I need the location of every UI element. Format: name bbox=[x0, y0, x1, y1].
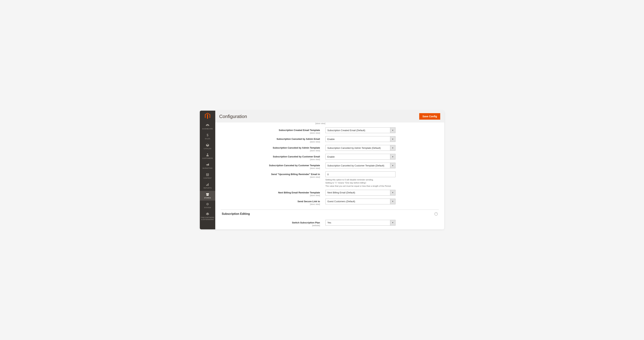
admin-sidebar: DASHBOARD $ SALES CATALOG CUSTOMERS MARK… bbox=[200, 111, 215, 229]
nav-label: REPORTS bbox=[204, 187, 212, 189]
nav-customers[interactable]: CUSTOMERS bbox=[200, 151, 215, 161]
select-subscription-created[interactable]: Subscription Created Email (Default) ▼ bbox=[326, 127, 396, 133]
dashboard-icon bbox=[206, 124, 209, 127]
scope-label: [store view] bbox=[315, 122, 326, 124]
megaphone-icon bbox=[206, 163, 209, 166]
nav-label: FIND PARTNERS & EXTENSIONS bbox=[200, 217, 214, 221]
section-title: Subscription Editing bbox=[222, 212, 250, 216]
scope-label: [store view] bbox=[221, 194, 320, 197]
nav-reports[interactable]: REPORTS bbox=[200, 181, 215, 191]
nav-label: CUSTOMERS bbox=[202, 157, 213, 159]
select-value: Subscription Canceled by Customer Templa… bbox=[326, 163, 390, 168]
nav-label: STORES bbox=[204, 197, 211, 199]
select-value: Enable bbox=[326, 154, 390, 159]
scope-label: [store view] bbox=[221, 132, 320, 134]
field-label: Switch Subscription Plan bbox=[292, 221, 320, 224]
layout-icon bbox=[206, 173, 209, 177]
chevron-down-icon: ▼ bbox=[390, 220, 396, 226]
select-value: Guest Customers (Default) bbox=[326, 199, 390, 204]
nav-label: DASHBOARD bbox=[202, 128, 213, 130]
section-subscription-editing[interactable]: Subscription Editing ⌃ bbox=[221, 210, 439, 216]
chevron-down-icon: ▼ bbox=[390, 154, 396, 159]
field-canceled-admin-template: Subscription Canceled by Admin Template … bbox=[221, 144, 439, 153]
select-secure-link[interactable]: Guest Customers (Default) ▼ bbox=[326, 199, 396, 204]
chevron-down-icon: ▼ bbox=[390, 190, 396, 196]
select-canceled-admin-email[interactable]: Enable ▼ bbox=[326, 136, 396, 142]
nav-label: CONTENT bbox=[204, 177, 212, 179]
select-value: Yes bbox=[326, 220, 390, 226]
field-label: Subscription Canceled by Customer Email bbox=[273, 155, 320, 158]
nav-label: CATALOG bbox=[204, 148, 211, 150]
nav-stores[interactable]: STORES bbox=[200, 191, 215, 201]
chevron-down-icon: ▼ bbox=[390, 127, 396, 133]
bars-icon bbox=[206, 183, 209, 186]
field-canceled-admin-email: Subscription Canceled by Admin Email [st… bbox=[221, 135, 439, 144]
field-switch-plan: Switch Subscription Plan [website] Yes ▼ bbox=[221, 219, 439, 228]
select-value: Next Billing Email (Default) bbox=[326, 190, 390, 196]
scope-label: [store view] bbox=[221, 149, 320, 152]
select-value: Subscription Canceled by Admin Template … bbox=[326, 145, 390, 151]
select-canceled-admin-template[interactable]: Subscription Canceled by Admin Template … bbox=[326, 145, 396, 151]
chevron-down-icon: ▼ bbox=[390, 199, 396, 204]
dollar-icon: $ bbox=[207, 133, 208, 137]
field-next-billing-template: Next Billing Email Reminder Template [st… bbox=[221, 189, 439, 198]
input-reminder-days[interactable] bbox=[326, 172, 396, 177]
field-label: Send "Upcoming Billing Reminder" Email i… bbox=[271, 173, 320, 176]
main-content: Configuration Save Config [store view] S… bbox=[215, 111, 444, 229]
nav-label: MARKETING bbox=[202, 167, 212, 169]
chevron-down-icon: ▼ bbox=[390, 145, 396, 151]
page-header: Configuration Save Config bbox=[215, 111, 444, 122]
nav-content[interactable]: CONTENT bbox=[200, 171, 215, 181]
scope-label: [website] bbox=[221, 224, 320, 227]
nav-marketing[interactable]: MARKETING bbox=[200, 161, 215, 171]
chevron-down-icon: ▼ bbox=[390, 163, 396, 168]
box-icon bbox=[206, 143, 209, 147]
field-label: Next Billing Email Reminder Template bbox=[278, 191, 320, 194]
field-secure-link: Send Secure Link to [store view] Guest C… bbox=[221, 198, 439, 206]
select-canceled-customer-template[interactable]: Subscription Canceled by Customer Templa… bbox=[326, 163, 396, 168]
nav-catalog[interactable]: CATALOG bbox=[200, 141, 215, 151]
nav-label: SYSTEM bbox=[204, 207, 211, 209]
select-canceled-customer-email[interactable]: Enable ▼ bbox=[326, 154, 396, 159]
nav-system[interactable]: ⚙ SYSTEM bbox=[200, 201, 215, 211]
field-canceled-customer-template: Subscription Canceled by Customer Templa… bbox=[221, 161, 439, 170]
select-switch-plan[interactable]: Yes ▼ bbox=[326, 220, 396, 226]
field-canceled-customer-email: Subscription Canceled by Customer Email … bbox=[221, 153, 439, 161]
page-title: Configuration bbox=[219, 114, 247, 119]
field-label: Subscription Created Email Template bbox=[279, 129, 320, 131]
collapse-icon[interactable]: ⌃ bbox=[434, 212, 438, 216]
select-next-billing-template[interactable]: Next Billing Email (Default) ▼ bbox=[326, 190, 396, 196]
nav-partners[interactable]: FIND PARTNERS & EXTENSIONS bbox=[200, 211, 215, 222]
config-form: [store view] Subscription Created Email … bbox=[215, 122, 444, 229]
field-reminder-days: Send "Upcoming Billing Reminder" Email i… bbox=[221, 170, 439, 189]
scope-label: [store view] bbox=[221, 141, 320, 143]
nav-sales[interactable]: $ SALES bbox=[200, 132, 215, 141]
nav-dashboard[interactable]: DASHBOARD bbox=[200, 122, 215, 132]
field-label: Send Secure Link to bbox=[298, 200, 320, 203]
scope-label: [store view] bbox=[221, 158, 320, 160]
nav-label: SALES bbox=[205, 138, 210, 140]
select-value: Enable bbox=[326, 136, 390, 142]
scope-label: [store view] bbox=[221, 167, 320, 169]
save-config-button[interactable]: Save Config bbox=[419, 113, 440, 120]
scope-label: [store view] bbox=[221, 203, 320, 205]
field-subscription-created-template: Subscription Created Email Template [sto… bbox=[221, 126, 439, 135]
gear-icon: ⚙ bbox=[206, 202, 209, 206]
field-label: Subscription Canceled by Customer Templa… bbox=[269, 164, 320, 167]
puzzle-icon bbox=[206, 212, 209, 216]
store-icon bbox=[206, 193, 209, 196]
field-label: Subscription Canceled by Admin Template bbox=[273, 146, 320, 149]
magento-logo bbox=[204, 113, 211, 119]
field-label: Subscription Canceled by Admin Email bbox=[276, 138, 320, 140]
help-text: Setting this option to 0 will disable re… bbox=[326, 178, 396, 188]
chevron-down-icon: ▼ bbox=[390, 136, 396, 142]
select-value: Subscription Created Email (Default) bbox=[326, 127, 390, 133]
scope-label: [store view] bbox=[221, 176, 320, 178]
person-icon bbox=[206, 153, 208, 157]
